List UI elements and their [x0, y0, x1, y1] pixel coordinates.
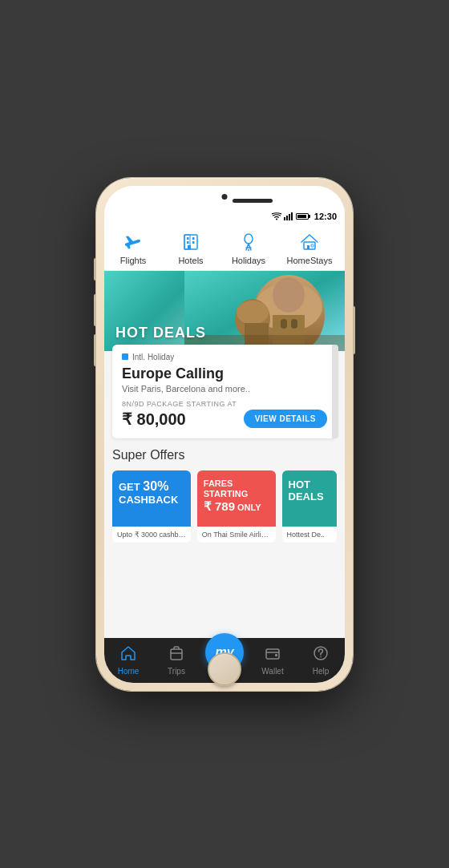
svg-rect-12 — [311, 244, 313, 247]
flights-label: Flights — [120, 256, 146, 265]
offer-cashback-content: GET 30%CASHBACK — [119, 478, 178, 507]
home-nav-icon — [120, 645, 136, 665]
deal-tag: Intl. Holiday — [122, 353, 327, 361]
nav-trips[interactable]: Trips — [152, 645, 200, 676]
speaker — [233, 199, 273, 203]
offer-fares-text: FARESSTARTING₹ 789 ONLY — [204, 478, 261, 514]
wifi-icon — [272, 212, 281, 220]
svg-rect-32 — [266, 649, 279, 659]
category-bus[interactable]: Bu... — [342, 231, 345, 265]
deal-subtitle: Visit Paris, Barcelona and more.. — [122, 384, 327, 394]
flights-icon — [122, 231, 144, 253]
tag-dot — [122, 353, 128, 360]
hot-deals-title: HOT DEALS — [115, 325, 206, 341]
svg-rect-6 — [192, 241, 195, 244]
svg-point-8 — [245, 234, 253, 244]
offer-fares-top: FARESSTARTING₹ 789 ONLY — [197, 470, 276, 527]
categories-row: Flights Ho — [104, 224, 345, 271]
view-details-button[interactable]: VIEW DETAILS — [244, 410, 327, 428]
svg-rect-28 — [291, 319, 297, 329]
camera — [222, 194, 228, 200]
svg-rect-3 — [187, 237, 189, 240]
phone-top-area — [104, 186, 345, 208]
app-screen: 12:30 Flights — [104, 208, 345, 683]
price-row: ₹ 80,000 VIEW DETAILS — [122, 410, 327, 429]
svg-rect-33 — [275, 654, 277, 656]
category-hotels[interactable]: Hotels — [162, 231, 220, 265]
home-nav-label: Home — [118, 667, 140, 676]
phone-screen: 12:30 Flights — [104, 186, 345, 683]
card-peek — [332, 345, 338, 438]
hot-deals-banner[interactable]: HOT DEALS — [104, 271, 345, 351]
svg-rect-4 — [187, 241, 189, 244]
battery-icon — [296, 213, 309, 220]
banner-background: HOT DEALS — [104, 271, 345, 351]
category-holidays[interactable]: Holidays — [220, 231, 277, 265]
deal-price: ₹ 80,000 — [122, 410, 186, 429]
mute-button[interactable] — [94, 258, 96, 281]
deal-tag-text: Intl. Holiday — [132, 353, 174, 361]
offer-fares-content: FARESSTARTING₹ 789 ONLY — [204, 478, 261, 514]
offer-hot-deals-top: HOTDEALS — [282, 470, 337, 527]
trips-nav-icon — [168, 645, 184, 665]
super-offers-title: Super Offers — [112, 448, 337, 462]
homestays-label: HomeStays — [287, 256, 333, 265]
nav-help[interactable]: Help — [297, 645, 345, 676]
homestays-icon — [298, 231, 321, 253]
svg-point-24 — [237, 301, 269, 325]
svg-rect-11 — [307, 245, 309, 249]
deal-card: Intl. Holiday Europe Calling Visit Paris… — [112, 345, 337, 438]
deal-title: Europe Calling — [122, 365, 327, 382]
home-button[interactable] — [208, 652, 241, 686]
package-label: 8N/9D PACKAGE STARTING AT — [122, 400, 327, 408]
offer-hot-deals-content: HOTDEALS — [289, 478, 324, 503]
svg-point-0 — [276, 218, 277, 220]
offer-hot-deals-bottom: Hottest De.. — [282, 527, 337, 543]
offer-fares[interactable]: FARESSTARTING₹ 789 ONLY On Thai Smile Ai… — [197, 470, 276, 543]
hotels-icon — [180, 231, 202, 253]
offer-cashback-text: GET 30%CASHBACK — [119, 478, 178, 507]
offer-cashback-top: GET 30%CASHBACK — [112, 470, 191, 527]
status-icons: 12:30 — [272, 212, 337, 221]
nav-home[interactable]: Home — [104, 645, 152, 676]
wallet-nav-label: Wallet — [261, 667, 283, 676]
volume-up-button[interactable] — [94, 294, 96, 326]
holidays-icon — [237, 231, 260, 253]
volume-down-button[interactable] — [94, 334, 96, 366]
phone-frame: 12:30 Flights — [96, 178, 353, 691]
offer-fares-bottom: On Thai Smile Airlines (Per.. — [197, 527, 276, 543]
svg-rect-30 — [171, 649, 182, 660]
offer-cashback-bottom: Upto ₹ 3000 cashback — [112, 527, 191, 543]
deal-card-section: Intl. Holiday Europe Calling Visit Paris… — [104, 351, 345, 438]
time-display: 12:30 — [314, 212, 337, 221]
status-bar: 12:30 — [104, 208, 345, 224]
signal-icon — [284, 212, 293, 220]
trips-nav-label: Trips — [168, 667, 185, 676]
power-button[interactable] — [353, 306, 355, 354]
help-nav-icon — [313, 645, 329, 665]
svg-point-9 — [248, 249, 249, 251]
svg-point-22 — [273, 277, 305, 313]
offer-cashback[interactable]: GET 30%CASHBACK Upto ₹ 3000 cashback — [112, 470, 191, 543]
dome-illustration — [184, 271, 345, 351]
wallet-nav-icon — [265, 645, 281, 665]
offer-hot-deals-text: HOTDEALS — [289, 478, 324, 503]
super-offers-section: Super Offers GET 30%CASHBACK Upto ₹ 3000… — [104, 438, 345, 549]
nav-wallet[interactable]: Wallet — [249, 645, 297, 676]
svg-rect-27 — [281, 319, 287, 329]
hotels-label: Hotels — [178, 256, 203, 265]
svg-rect-7 — [188, 245, 191, 249]
holidays-label: Holidays — [232, 256, 265, 265]
svg-rect-5 — [192, 237, 195, 240]
help-nav-label: Help — [313, 667, 330, 676]
category-flights[interactable]: Flights — [104, 231, 162, 265]
offers-row: GET 30%CASHBACK Upto ₹ 3000 cashback FAR… — [112, 470, 337, 543]
svg-point-35 — [320, 656, 322, 657]
category-homestays[interactable]: HomeStays — [277, 231, 342, 265]
offer-hot-deals[interactable]: HOTDEALS Hottest De.. — [282, 470, 337, 543]
